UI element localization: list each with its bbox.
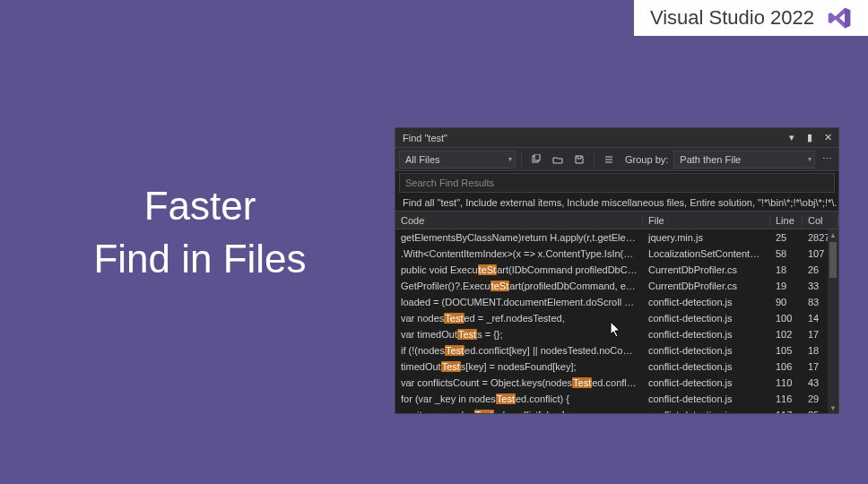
cell-line: 58 <box>770 248 803 259</box>
list-view-icon[interactable] <box>600 151 618 169</box>
group-by-label: Group by: <box>621 154 670 165</box>
table-body: getElementsByClassName)return H.apply(r,… <box>395 229 838 413</box>
scroll-down-icon[interactable]: ▼ <box>828 402 838 413</box>
cell-file: conflict-detection.js <box>643 297 770 307</box>
highlight: teSt <box>490 281 510 291</box>
titlebar: Find "test" ▾ ▮ ✕ <box>395 128 838 148</box>
close-icon[interactable]: ✕ <box>820 131 835 145</box>
cell-line: 106 <box>770 361 803 372</box>
highlight: Test <box>441 361 461 372</box>
cell-code: var conflictsCount = Object.keys(nodesTe… <box>395 377 643 388</box>
headline-line2: Find in Files <box>43 232 357 285</box>
cell-line: 110 <box>770 377 803 388</box>
table-row[interactable]: if (!(nodesTested.conflict[key] || nodes… <box>395 342 838 359</box>
scroll-up-icon[interactable]: ▲ <box>828 229 838 240</box>
cell-line: 102 <box>770 329 803 340</box>
table-row[interactable]: timedOutTests[key] = nodesFound[key];con… <box>395 359 838 375</box>
separator <box>521 152 522 167</box>
scrollbar[interactable]: ▲ ▼ <box>828 229 838 413</box>
cell-line: 105 <box>770 345 803 356</box>
cell-line: 116 <box>770 393 803 404</box>
table-row[interactable]: public void ExecuteStart(IDbCommand prof… <box>395 262 838 278</box>
cell-code: GetProfiler()?.ExecuteStart(profiledDbCo… <box>395 281 643 291</box>
results-table: Code File Line Col getElementsByClassNam… <box>395 212 838 413</box>
headline-line1: Faster <box>43 179 357 232</box>
table-row[interactable]: GetProfiler()?.ExecuteStart(profiledDbCo… <box>395 278 838 294</box>
headline: Faster Find in Files <box>43 179 357 286</box>
highlight: Test <box>444 313 464 324</box>
window-menu-icon[interactable]: ▾ <box>785 131 799 145</box>
cell-code: if (!(nodesTested.conflict[key] || nodes… <box>395 345 643 356</box>
separator <box>594 152 595 167</box>
col-file[interactable]: File <box>643 215 770 226</box>
cell-code: public void ExecuteStart(IDbCommand prof… <box>395 264 643 275</box>
table-row[interactable]: var conflictsCount = Object.keys(nodesTe… <box>395 375 838 391</box>
pin-icon[interactable]: ▮ <box>803 131 817 145</box>
cell-line: 25 <box>770 232 803 243</box>
cell-file: conflict-detection.js <box>643 329 770 340</box>
scroll-thumb[interactable] <box>829 242 837 278</box>
vs-badge: Visual Studio 2022 <box>634 0 868 36</box>
highlight: Test <box>445 345 464 356</box>
cell-file: conflict-detection.js <box>643 393 770 404</box>
open-file-icon[interactable] <box>549 151 567 169</box>
filter-dropdown-value: All Files <box>405 154 440 165</box>
highlight: Test <box>474 410 494 413</box>
filter-dropdown[interactable]: All Files <box>399 151 516 169</box>
cell-file: jquery.min.js <box>643 232 770 243</box>
cell-line: 100 <box>770 313 803 324</box>
cell-code: for (var _key in nodesTested.conflict) { <box>395 393 643 404</box>
group-by-dropdown[interactable]: Path then File <box>673 151 815 169</box>
cell-file: conflict-detection.js <box>643 410 770 413</box>
save-icon[interactable] <box>570 151 588 169</box>
find-results-window: Find "test" ▾ ▮ ✕ All Files Group by: Pa… <box>395 127 839 414</box>
cell-file: CurrentDbProfiler.cs <box>643 281 770 291</box>
cell-file: LocalizationSetContentPic… <box>643 248 770 259</box>
table-row[interactable]: getElementsByClassName)return H.apply(r,… <box>395 229 838 246</box>
cell-line: 19 <box>770 281 803 291</box>
highlight: teSt <box>478 264 498 275</box>
cell-code: var nodesTested = _ref.nodesTested, <box>395 313 643 324</box>
cell-code: timedOutTests[key] = nodesFound[key]; <box>395 361 643 372</box>
results-summary: Find all "test", Include external items,… <box>395 194 838 212</box>
table-row[interactable]: loaded = (DOCUMENT.documentElement.doScr… <box>395 294 838 310</box>
search-placeholder: Search Find Results <box>405 177 494 188</box>
search-input[interactable]: Search Find Results <box>399 173 835 193</box>
cell-line: 117 <box>770 410 803 413</box>
highlight: Test <box>496 393 516 404</box>
cell-code: var timedOutTests = {}; <box>395 329 643 340</box>
cell-code: loaded = (DOCUMENT.documentElement.doScr… <box>395 297 643 307</box>
cell-line: 90 <box>770 297 803 307</box>
cell-file: conflict-detection.js <box>643 313 770 324</box>
highlight: Test <box>572 377 592 388</box>
window-title: Find "test" <box>403 133 781 143</box>
col-code[interactable]: Code <box>395 215 643 226</box>
cell-code: getElementsByClassName)return H.apply(r,… <box>395 232 643 243</box>
visual-studio-icon <box>827 5 852 30</box>
cell-file: CurrentDbProfiler.cs <box>643 264 770 275</box>
svg-rect-1 <box>534 154 540 160</box>
overflow-menu-icon[interactable]: ⋯ <box>819 153 835 165</box>
col-col[interactable]: Col <box>803 215 838 226</box>
cell-code: .With<ContentItemIndex>(x => x.ContentTy… <box>395 248 643 259</box>
cell-code: var item = nodesTested.conflict[_key]; <box>395 410 643 413</box>
highlight: Test <box>457 329 477 340</box>
cell-file: conflict-detection.js <box>643 345 770 356</box>
table-row[interactable]: var nodesTested = _ref.nodesTested,confl… <box>395 310 838 326</box>
table-header: Code File Line Col <box>395 212 838 229</box>
toolbar: All Files Group by: Path then File ⋯ <box>395 148 838 171</box>
copy-icon[interactable] <box>527 151 545 169</box>
table-row[interactable]: var item = nodesTested.conflict[_key];co… <box>395 407 838 413</box>
cell-file: conflict-detection.js <box>643 361 770 372</box>
table-row[interactable]: for (var _key in nodesTested.conflict) {… <box>395 391 838 407</box>
col-line[interactable]: Line <box>770 215 803 226</box>
cell-file: conflict-detection.js <box>643 377 770 388</box>
table-row[interactable]: .With<ContentItemIndex>(x => x.ContentTy… <box>395 246 838 262</box>
group-by-value: Path then File <box>680 154 741 165</box>
vs-badge-label: Visual Studio 2022 <box>650 6 814 30</box>
table-row[interactable]: var timedOutTests = {};conflict-detectio… <box>395 326 838 342</box>
cell-line: 18 <box>770 264 803 275</box>
